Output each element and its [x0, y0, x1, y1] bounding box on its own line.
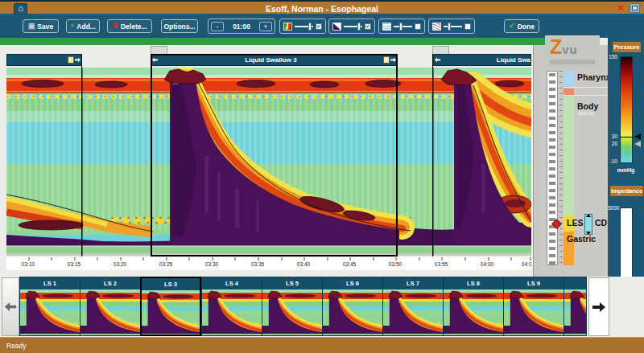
pressure-lines-slider[interactable]: [394, 26, 412, 27]
thumbnail-partial[interactable]: [564, 277, 587, 336]
pressure-unit: mmHg: [608, 167, 644, 173]
pressure-min-label: -10: [608, 158, 617, 164]
thumbnail-ls9[interactable]: LS 9: [503, 277, 564, 336]
status-bar: Ready: [0, 337, 644, 353]
ues-region-band[interactable]: [564, 88, 574, 95]
impedance-overlay-control: ✔: [328, 18, 375, 34]
expand-left-icon[interactable]: [434, 57, 441, 63]
add-label: Add...: [76, 23, 96, 31]
thumbnail-label: LS 2: [80, 277, 140, 289]
body-region-band[interactable]: [564, 96, 574, 215]
impedance-lines-icon: [432, 23, 441, 31]
swallow-note-icon[interactable]: [68, 56, 74, 64]
impedance-display-checkbox[interactable]: ✔: [365, 23, 371, 30]
add-button[interactable]: + Add...: [66, 19, 100, 33]
thumbnail-ls6[interactable]: LS 6: [322, 277, 383, 336]
thumbnail-plot: [262, 289, 322, 336]
contour-opacity-slider[interactable]: [295, 26, 313, 27]
thumbnail-label: LS 5: [262, 277, 322, 289]
impedance-max-label: 5000: [608, 205, 617, 211]
time-tick: 03:35: [251, 261, 264, 267]
thumbnail-ls1[interactable]: LS 1: [19, 277, 80, 336]
time-tick: 04:00: [481, 261, 493, 267]
thumbnail-label: LS 3: [142, 278, 200, 290]
logo-tagline: [550, 60, 595, 64]
pressure-marker-upper-label: 30: [608, 133, 617, 139]
scroll-left-button[interactable]: [2, 277, 19, 336]
swallow-boundary-line: [432, 54, 433, 257]
swallow-note-icon[interactable]: [383, 56, 390, 64]
done-button[interactable]: ✔ Done: [504, 19, 539, 33]
plot-zone: Liquid Swallow 3 Liquid Swa: [0, 45, 533, 277]
time-window-decrease-button[interactable]: -: [211, 22, 224, 31]
pressure-max-label: 150: [608, 54, 617, 60]
expand-left-icon[interactable]: [151, 57, 159, 63]
time-tick: 03:20: [114, 261, 126, 267]
impedance-opacity-slider[interactable]: [344, 26, 362, 27]
contour-display-checkbox[interactable]: ✔: [316, 23, 322, 30]
logo-z: Z: [550, 37, 562, 57]
thumbnail-plot: [383, 289, 443, 336]
time-tick: 04:05: [522, 261, 531, 267]
time-window-increase-button[interactable]: +: [259, 22, 272, 31]
thumbnail-plot: [323, 289, 382, 336]
expand-right-icon[interactable]: [390, 57, 397, 63]
pressure-lines-control: [378, 18, 425, 34]
thumbnail-label: LS 6: [323, 277, 382, 289]
time-tick: 03:40: [297, 261, 310, 267]
les-cd-slider[interactable]: [584, 214, 592, 235]
arrow-right-icon: [591, 302, 607, 313]
thumbnail-ls5[interactable]: LS 5: [262, 277, 323, 336]
pressure-upper-marker[interactable]: [634, 133, 641, 140]
time-window-group: - 01:00 +: [208, 18, 275, 34]
delete-button[interactable]: ✖ Delete...: [107, 19, 152, 33]
swallow-label: Liquid Swallow 3: [159, 56, 383, 64]
thumbnail-ls3-selected[interactable]: LS 3: [140, 277, 201, 336]
swallow-header-right[interactable]: Liquid Swa: [433, 54, 531, 66]
add-icon: +: [70, 23, 74, 30]
thumbnail-ls4[interactable]: LS 4: [201, 277, 262, 336]
thumbnail-plot: [142, 290, 200, 336]
contour-display-control: ✔: [279, 18, 326, 34]
pressure-lower-marker[interactable]: [634, 141, 641, 147]
thumbnail-ls7[interactable]: LS 7: [382, 277, 444, 336]
thumbnail-plot: [444, 289, 503, 336]
toolbar: ▣ Save + Add... ✖ Delete... Options... -…: [0, 14, 644, 38]
thumbnail-plot: [20, 289, 80, 336]
thumbnail-label: LS 1: [20, 277, 80, 289]
scroll-right-button[interactable]: [588, 277, 609, 336]
time-tick: 03:55: [435, 261, 448, 267]
restore-window-button[interactable]: [630, 3, 640, 13]
app-logo: Zvu: [545, 35, 600, 68]
impedance-lines-checkbox[interactable]: [464, 23, 471, 30]
arrow-left-icon: [3, 302, 18, 312]
title-bar: ⌂ Esoff, Norman - Esophageal ✕: [0, 0, 644, 14]
les-label: LES: [567, 218, 583, 228]
pressure-lines-checkbox[interactable]: [415, 23, 421, 30]
impedance-lines-slider[interactable]: [444, 26, 462, 27]
thumbnail-label: [564, 277, 586, 289]
pharynx-region-band[interactable]: [564, 71, 574, 87]
swallow-header-left[interactable]: [6, 54, 82, 66]
logo-vu: vu: [562, 43, 578, 56]
pressure-topography-plot[interactable]: [6, 68, 531, 256]
expand-right-icon[interactable]: [74, 57, 81, 63]
accent-strip: [0, 38, 545, 45]
impedance-scale-title: Impedance: [610, 186, 643, 196]
swallow-header-selected[interactable]: Liquid Swallow 3: [151, 54, 398, 66]
delete-icon: ✖: [112, 23, 118, 30]
gastric-label: Gastric: [567, 234, 596, 244]
save-button[interactable]: ▣ Save: [23, 19, 59, 33]
time-tick: 03:45: [343, 261, 356, 267]
save-icon: ▣: [28, 23, 35, 30]
thumbnail-plot: [504, 289, 564, 336]
thumbnail-ls2[interactable]: LS 2: [80, 277, 141, 336]
impedance-overlay-icon: [332, 23, 341, 31]
thumbnail-plot: [202, 289, 262, 336]
thumbnail-ls8[interactable]: LS 8: [443, 277, 504, 336]
thumbnail-label: LS 9: [504, 277, 564, 289]
close-button[interactable]: ✕: [615, 3, 626, 14]
time-axis: 03:10 03:15 03:20 03:25 03:30 03:35 03:4…: [6, 257, 531, 270]
sensor-tick-column: [559, 71, 563, 265]
options-button[interactable]: Options...: [161, 19, 198, 33]
